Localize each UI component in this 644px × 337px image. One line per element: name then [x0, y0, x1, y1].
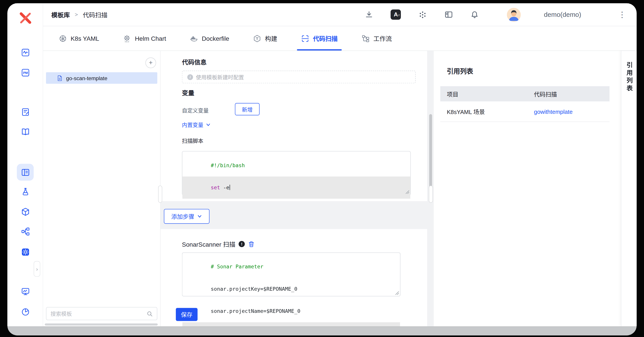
sidebar-collapse-handle[interactable]: ›	[34, 261, 40, 276]
bell-icon[interactable]	[470, 10, 479, 19]
sidebar-item-monitor[interactable]	[7, 48, 43, 57]
resize-handle-icon[interactable]	[395, 291, 399, 295]
resize-handle-icon[interactable]	[405, 190, 410, 194]
delete-step-icon[interactable]	[248, 241, 255, 247]
reference-table: 项目 代码扫描 K8sYAML 场景 gowithtemplate	[440, 86, 610, 122]
helm-icon: HELM	[123, 34, 131, 42]
add-variable-button[interactable]: 新增	[235, 103, 260, 115]
sidebar-item-template-library-active[interactable]	[17, 164, 34, 181]
custom-vars-label: 自定义变量	[182, 106, 209, 114]
reference-drawer-tab[interactable]: 引用列表	[622, 62, 637, 93]
panel-resize-handle-right[interactable]	[429, 186, 433, 203]
save-button[interactable]: 保存	[176, 308, 198, 321]
k8s-icon	[59, 34, 67, 42]
notice-text: 使用模板新建时配置	[196, 73, 244, 81]
tab-k8s-yaml[interactable]: K8s YAML	[59, 26, 99, 50]
reference-table-header: 项目 代码扫描	[440, 86, 610, 102]
template-list-panel: + go-scan-template	[43, 51, 160, 326]
search-input[interactable]	[50, 310, 146, 317]
tab-label: Dockerfile	[202, 35, 229, 42]
pie-chart-icon	[21, 308, 30, 317]
more-menu-icon[interactable]: ⋮	[618, 10, 626, 19]
svg-text:PM: PM	[23, 71, 28, 74]
build-hexagon-icon	[253, 34, 261, 42]
sidebar: PM	[7, 3, 43, 326]
info-circle-icon: i	[187, 74, 193, 80]
window-bottom-edge	[7, 326, 636, 336]
breadcrumb-current: 代码扫描	[83, 10, 108, 19]
download-icon[interactable]	[365, 10, 374, 19]
sidebar-item-test[interactable]	[7, 187, 43, 196]
sonar-parameter-editor[interactable]: # Sonar Parameter sonar.projectKey=$REPO…	[182, 252, 400, 296]
header-actions: A z	[365, 8, 626, 22]
tab-helm-chart[interactable]: HELM Helm Chart	[123, 26, 166, 50]
builtin-vars-toggle[interactable]: 内置变量	[182, 121, 211, 128]
sidebar-item-pipeline[interactable]	[7, 227, 43, 236]
reference-panel: 引用列表 项目 代码扫描 K8sYAML 场景 gowithtemplate	[434, 51, 621, 326]
app-logo[interactable]	[7, 12, 43, 24]
step-title-row: SonarScanner 扫描 !	[182, 240, 255, 248]
template-library-icon	[21, 168, 30, 177]
reference-drawer: 引用列表	[621, 51, 636, 326]
scan-script-editor[interactable]: #!/bin/bash set -e	[182, 151, 411, 195]
template-search	[46, 307, 158, 320]
sidebar-item-reports[interactable]	[7, 308, 43, 317]
reference-title: 引用列表	[447, 66, 473, 76]
step-title: SonarScanner 扫描	[182, 240, 236, 248]
sidebar-item-artifacts[interactable]	[7, 207, 43, 216]
tab-label: 构建	[265, 34, 277, 43]
app-window: PM	[7, 3, 636, 336]
code-line-current: set -e	[182, 176, 410, 198]
svg-text:HELM: HELM	[125, 41, 129, 42]
add-template-button[interactable]: +	[146, 58, 156, 68]
tab-label: Helm Chart	[135, 35, 166, 42]
breadcrumb-separator: >	[75, 12, 78, 18]
chevron-down-icon	[197, 214, 202, 219]
tab-build[interactable]: 构建	[253, 26, 277, 50]
tab-label: K8s YAML	[71, 35, 99, 42]
apps-grid-icon[interactable]	[418, 10, 428, 19]
vertical-scrollbar[interactable]	[429, 114, 432, 187]
sidebar-item-form[interactable]	[7, 108, 43, 117]
chevron-down-icon	[206, 122, 210, 127]
user-avatar[interactable]	[507, 8, 521, 22]
tab-code-scan[interactable]: 代码扫描	[301, 26, 338, 50]
package-icon	[21, 207, 30, 216]
document-icon	[57, 75, 63, 81]
code-line: sonar.projectKey=$REPONAME_0	[182, 278, 400, 300]
tab-label: 代码扫描	[313, 34, 338, 43]
screen: PM	[0, 0, 644, 337]
workflow-icon	[362, 34, 370, 42]
add-step-button[interactable]: 添加步骤	[164, 209, 210, 224]
sidebar-item-settings[interactable]	[7, 248, 43, 256]
gear-square-icon	[21, 248, 30, 256]
sidebar-item-dashboard[interactable]	[7, 287, 43, 296]
username[interactable]: demo(demo)	[544, 11, 581, 18]
avatar-illustration	[507, 8, 521, 22]
template-list-item-selected[interactable]: go-scan-template	[46, 72, 158, 84]
pipeline-icon	[21, 227, 30, 236]
text-cursor	[230, 185, 230, 190]
tab-dockerfile[interactable]: Dockerfile	[190, 26, 229, 50]
code-line: # Sonar Parameter	[182, 256, 400, 278]
translate-icon[interactable]: A z	[391, 10, 401, 20]
logo-x-icon	[18, 12, 32, 24]
vars-title: 变量	[182, 88, 194, 97]
docker-icon	[190, 34, 198, 42]
panel-resize-handle-left[interactable]	[158, 186, 162, 203]
horizontal-scrollbar[interactable]	[45, 324, 158, 326]
cell-scan-link[interactable]: gowithtemplate	[534, 108, 573, 115]
tab-workflow[interactable]: 工作流	[362, 26, 392, 50]
code-line: #!/bin/bash	[182, 154, 410, 176]
sidebar-item-pm[interactable]: PM	[7, 68, 43, 77]
chevron-right-icon: ›	[36, 266, 38, 272]
cell-project: K8sYAML 场景	[440, 108, 534, 116]
template-type-tabs: K8s YAML HELM Helm Chart	[43, 26, 637, 51]
column-header-scan: 代码扫描	[534, 90, 557, 98]
breadcrumb-root[interactable]: 模板库	[52, 10, 70, 19]
sidebar-item-docs[interactable]	[7, 127, 43, 136]
search-icon[interactable]	[146, 310, 153, 317]
layout-columns-icon[interactable]	[444, 10, 453, 19]
tab-label: 工作流	[374, 34, 392, 43]
top-header: 模板库 > 代码扫描 A z	[43, 3, 637, 26]
